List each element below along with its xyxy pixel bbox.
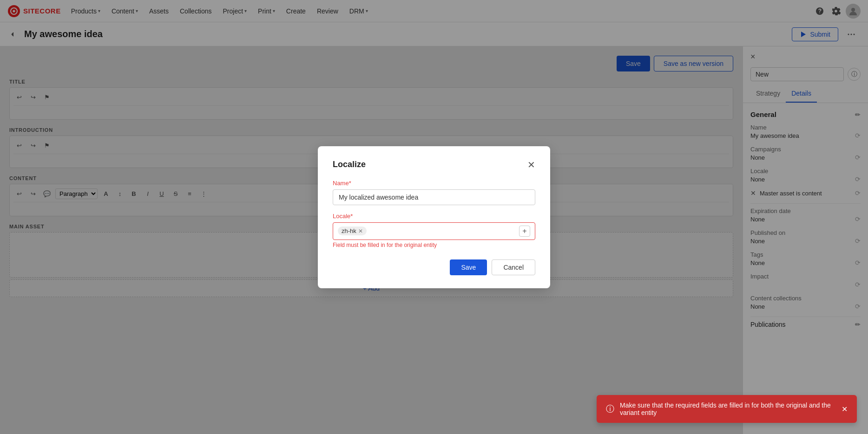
modal-name-field: Name* <box>333 180 535 205</box>
locale-error-text: Field must be filled in for the original… <box>333 242 535 248</box>
modal-footer: Save Cancel <box>333 259 535 275</box>
toast-notification: ⓘ Make sure that the required fields are… <box>597 395 857 423</box>
locale-add-button[interactable]: + <box>519 226 530 237</box>
modal-close-button[interactable]: ✕ <box>527 159 535 170</box>
toast-icon: ⓘ <box>606 403 614 415</box>
locale-tag-zh-hk: zh-hk ✕ <box>338 227 367 235</box>
modal-cancel-button[interactable]: Cancel <box>492 259 535 275</box>
modal-overlay: Localize ✕ Name* Locale* zh-hk ✕ + Field… <box>0 0 868 434</box>
locale-field-wrapper: zh-hk ✕ + <box>333 222 535 240</box>
modal-save-button[interactable]: Save <box>450 259 487 275</box>
localize-modal: Localize ✕ Name* Locale* zh-hk ✕ + Field… <box>318 146 550 288</box>
toast-message: Make sure that the required fields are f… <box>620 402 832 416</box>
modal-locale-label: Locale* <box>333 213 535 220</box>
modal-name-label: Name* <box>333 180 535 187</box>
toast-close-button[interactable]: ✕ <box>842 405 848 414</box>
modal-name-input[interactable] <box>333 189 535 205</box>
locale-tag-remove-button[interactable]: ✕ <box>358 228 363 234</box>
modal-locale-field: Locale* zh-hk ✕ + Field must be filled i… <box>333 213 535 248</box>
locale-tag-label: zh-hk <box>342 227 356 234</box>
modal-header: Localize ✕ <box>333 159 535 170</box>
modal-title: Localize <box>333 160 366 169</box>
